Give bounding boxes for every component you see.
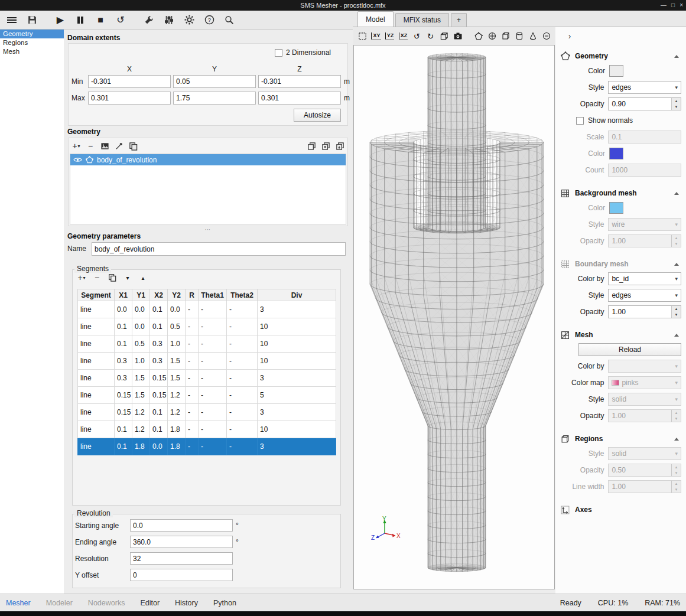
render-viewport[interactable]: Y X Z bbox=[353, 45, 555, 589]
segments-cell[interactable]: - bbox=[227, 353, 258, 370]
segments-cell[interactable]: - bbox=[186, 438, 199, 455]
reset-view-button[interactable] bbox=[438, 30, 450, 42]
max-y-input[interactable] bbox=[173, 92, 256, 105]
ending-angle-input[interactable] bbox=[130, 536, 233, 548]
geometry-color-swatch[interactable] bbox=[609, 65, 623, 77]
nav-item-regions[interactable]: Regions bbox=[0, 38, 64, 47]
spin-up-icon[interactable]: ▴ bbox=[672, 306, 681, 312]
toggle-background-mesh-button[interactable] bbox=[486, 30, 498, 42]
segments-cell[interactable]: 0.0 bbox=[150, 438, 168, 455]
two-dimensional-checkbox[interactable] bbox=[275, 49, 282, 57]
normals-color-swatch[interactable] bbox=[609, 148, 623, 159]
segments-cell[interactable]: - bbox=[199, 370, 227, 387]
segments-cell[interactable]: - bbox=[186, 370, 199, 387]
duplicate-button[interactable] bbox=[320, 141, 331, 151]
segments-cell[interactable]: line bbox=[78, 335, 115, 353]
segments-cell[interactable]: 1.5 bbox=[168, 370, 186, 387]
segments-cell[interactable]: 0.3 bbox=[150, 335, 168, 353]
segments-cell[interactable]: 3 bbox=[258, 370, 336, 387]
segments-cell[interactable]: 0.3 bbox=[150, 353, 168, 370]
view-xy-button[interactable]: XY bbox=[370, 30, 382, 42]
tab-mfix-status[interactable]: MFiX status bbox=[395, 13, 449, 27]
close-button[interactable]: × bbox=[680, 2, 683, 8]
segments-cell[interactable]: - bbox=[227, 421, 258, 438]
segments-cell[interactable]: 0.0 bbox=[132, 301, 150, 318]
remove-geometry-button[interactable]: − bbox=[85, 141, 96, 151]
segments-cell[interactable]: 0.1 bbox=[115, 421, 132, 438]
geometry-image-button[interactable] bbox=[99, 141, 110, 151]
settings-button[interactable] bbox=[180, 12, 198, 28]
segments-cell[interactable]: line bbox=[78, 404, 115, 421]
segments-cell[interactable]: - bbox=[186, 335, 199, 353]
segments-cell[interactable]: 0.0 bbox=[132, 318, 150, 335]
eye-icon[interactable] bbox=[73, 157, 82, 163]
segments-cell[interactable]: line bbox=[78, 301, 115, 318]
boundary-mesh-opacity-spinbox[interactable]: 1.00▴▾ bbox=[608, 305, 681, 318]
segments-cell[interactable]: 0.1 bbox=[150, 301, 168, 318]
segments-cell[interactable]: 0.15 bbox=[150, 387, 168, 404]
segments-cell[interactable]: 0.3 bbox=[115, 370, 132, 387]
segments-cell[interactable]: 10 bbox=[258, 335, 336, 353]
collapse-mesh-icon[interactable] bbox=[674, 334, 679, 337]
toggle-regions-button[interactable] bbox=[527, 30, 538, 42]
mesh-render[interactable] bbox=[354, 45, 554, 589]
segments-dropdown-button[interactable]: ▾ bbox=[122, 272, 133, 283]
segments-moveup-button[interactable]: ▴ bbox=[138, 272, 148, 283]
segments-cell[interactable]: - bbox=[199, 421, 227, 438]
collapse-regions-icon[interactable] bbox=[674, 438, 679, 441]
boundary-mesh-style-combo[interactable]: edges▾ bbox=[608, 289, 681, 302]
resolution-input[interactable] bbox=[130, 552, 233, 565]
show-normals-checkbox[interactable] bbox=[576, 117, 584, 125]
collapse-boundary-mesh-icon[interactable] bbox=[674, 263, 679, 266]
copy-tree-button[interactable] bbox=[306, 141, 317, 151]
segments-cell[interactable]: - bbox=[199, 404, 227, 421]
segments-cell[interactable]: - bbox=[199, 387, 227, 404]
mode-history[interactable]: History bbox=[175, 599, 198, 607]
spin-up-icon[interactable]: ▴ bbox=[672, 98, 681, 104]
collapse-geometry-icon[interactable] bbox=[674, 55, 679, 58]
segments-cell[interactable]: line bbox=[78, 421, 115, 438]
segments-cell[interactable]: 5 bbox=[258, 387, 336, 404]
toggle-boundary-mesh-button[interactable] bbox=[500, 30, 511, 42]
segments-cell[interactable]: 1.8 bbox=[132, 438, 150, 455]
view-yz-button[interactable]: YZ bbox=[384, 30, 395, 42]
toggle-geometry-button[interactable] bbox=[473, 30, 484, 42]
segments-row[interactable]: line0.31.00.31.5---10 bbox=[78, 353, 336, 370]
wand-button[interactable] bbox=[113, 141, 124, 151]
reload-mesh-button[interactable]: Reload bbox=[578, 343, 681, 356]
tab-add[interactable]: + bbox=[451, 13, 467, 27]
segments-cell[interactable]: 0.1 bbox=[150, 404, 168, 421]
spin-down-icon[interactable]: ▾ bbox=[672, 104, 681, 110]
collapse-background-mesh-icon[interactable] bbox=[674, 192, 679, 195]
toggle-mesh-button[interactable] bbox=[513, 30, 525, 42]
segments-cell[interactable]: 0.1 bbox=[115, 438, 132, 455]
segments-cell[interactable]: line bbox=[78, 318, 115, 335]
segments-cell[interactable]: - bbox=[227, 438, 258, 455]
segments-cell[interactable]: 10 bbox=[258, 353, 336, 370]
segments-row[interactable]: line0.10.00.10.5---10 bbox=[78, 318, 336, 335]
geometry-tree-item[interactable]: body_of_revolution bbox=[70, 154, 346, 165]
menu-button[interactable] bbox=[3, 12, 21, 28]
segments-cell[interactable]: - bbox=[199, 438, 227, 455]
geometry-opacity-spinbox[interactable]: 0.90▴▾ bbox=[608, 97, 681, 110]
segments-row[interactable]: line0.11.20.11.8---10 bbox=[78, 421, 336, 438]
segments-cell[interactable]: 10 bbox=[258, 421, 336, 438]
y-offset-input[interactable] bbox=[130, 569, 233, 581]
segments-cell[interactable]: - bbox=[199, 301, 227, 318]
segments-cell[interactable]: - bbox=[186, 421, 199, 438]
collapse-panel-button[interactable]: › bbox=[564, 31, 576, 41]
boundary-mesh-color-by-combo[interactable]: bc_id▾ bbox=[608, 272, 681, 285]
segments-cell[interactable]: 0.1 bbox=[115, 335, 132, 353]
segments-cell[interactable]: - bbox=[186, 301, 199, 318]
save-button[interactable] bbox=[23, 12, 41, 28]
help-button[interactable]: ? bbox=[200, 12, 218, 28]
mode-python[interactable]: Python bbox=[213, 599, 236, 607]
screenshot-button[interactable] bbox=[452, 30, 463, 42]
segments-cell[interactable]: 0.15 bbox=[115, 387, 132, 404]
segments-remove-button[interactable]: − bbox=[92, 272, 102, 283]
stop-button[interactable]: ■ bbox=[92, 12, 109, 28]
mode-nodeworks[interactable]: Nodeworks bbox=[88, 599, 125, 607]
segments-row[interactable]: line0.31.50.151.5---3 bbox=[78, 370, 336, 387]
segments-cell[interactable]: - bbox=[186, 318, 199, 335]
maximize-button[interactable]: □ bbox=[671, 2, 675, 8]
